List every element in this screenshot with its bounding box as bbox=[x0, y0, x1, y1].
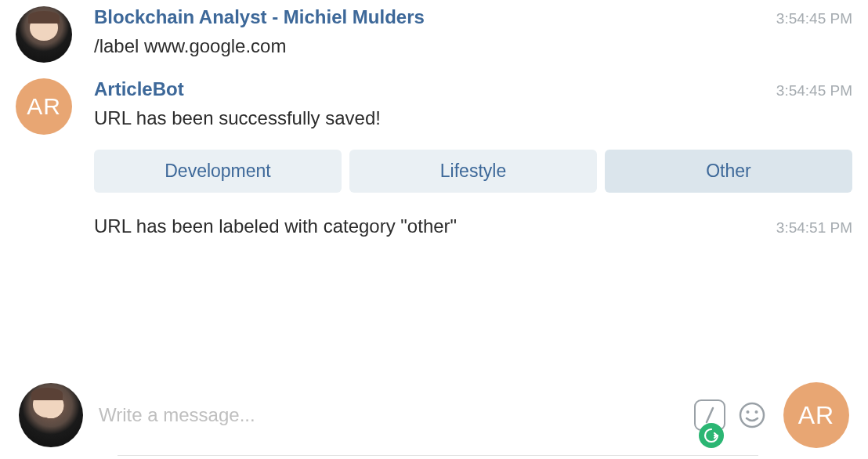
smiley-icon bbox=[738, 401, 766, 429]
sender-name[interactable]: ArticleBot bbox=[94, 78, 184, 100]
message-input[interactable] bbox=[99, 396, 694, 434]
avatar-user-composer[interactable] bbox=[19, 383, 83, 447]
message-row-user: Blockchain Analyst - Michiel Mulders 3:5… bbox=[16, 6, 852, 63]
category-buttons-row: Development Lifestyle Other bbox=[94, 150, 852, 193]
message-text: URL has been successfully saved! bbox=[94, 105, 852, 132]
message-text: /label www.google.com bbox=[94, 33, 852, 60]
chat-message-list: Blockchain Analyst - Michiel Mulders 3:5… bbox=[0, 0, 868, 240]
followup-timestamp: 3:54:51 PM bbox=[776, 219, 852, 237]
composer-underline bbox=[118, 455, 758, 456]
message-timestamp: 3:54:45 PM bbox=[776, 82, 852, 99]
emoji-picker-icon[interactable] bbox=[736, 399, 768, 431]
composer-actions bbox=[694, 399, 768, 431]
category-button-lifestyle[interactable]: Lifestyle bbox=[349, 150, 597, 193]
message-timestamp: 3:54:45 PM bbox=[776, 10, 852, 27]
svg-point-3 bbox=[755, 410, 758, 414]
grammarly-g-icon bbox=[703, 428, 719, 443]
svg-line-0 bbox=[707, 408, 713, 422]
category-button-development[interactable]: Development bbox=[94, 150, 342, 193]
sender-name[interactable]: Blockchain Analyst - Michiel Mulders bbox=[94, 6, 425, 28]
message-row-bot: AR ArticleBot 3:54:45 PM URL has been su… bbox=[16, 78, 852, 240]
svg-point-1 bbox=[740, 403, 764, 427]
grammarly-icon[interactable] bbox=[699, 423, 724, 448]
avatar-initials: AR bbox=[798, 401, 834, 430]
avatar-bot-composer[interactable]: AR bbox=[783, 382, 849, 448]
message-body: Blockchain Analyst - Michiel Mulders 3:5… bbox=[94, 6, 852, 60]
avatar-bot[interactable]: AR bbox=[16, 78, 72, 135]
slash-icon bbox=[703, 407, 717, 424]
followup-text: URL has been labeled with category "othe… bbox=[94, 213, 457, 240]
avatar-initials: AR bbox=[27, 93, 61, 120]
followup-row: URL has been labeled with category "othe… bbox=[94, 213, 852, 240]
avatar-user[interactable] bbox=[16, 6, 72, 63]
message-body: ArticleBot 3:54:45 PM URL has been succe… bbox=[94, 78, 852, 240]
message-composer: AR bbox=[0, 371, 868, 459]
category-button-other[interactable]: Other bbox=[605, 150, 852, 193]
composer-input-wrap bbox=[99, 396, 768, 434]
svg-point-2 bbox=[747, 410, 750, 414]
